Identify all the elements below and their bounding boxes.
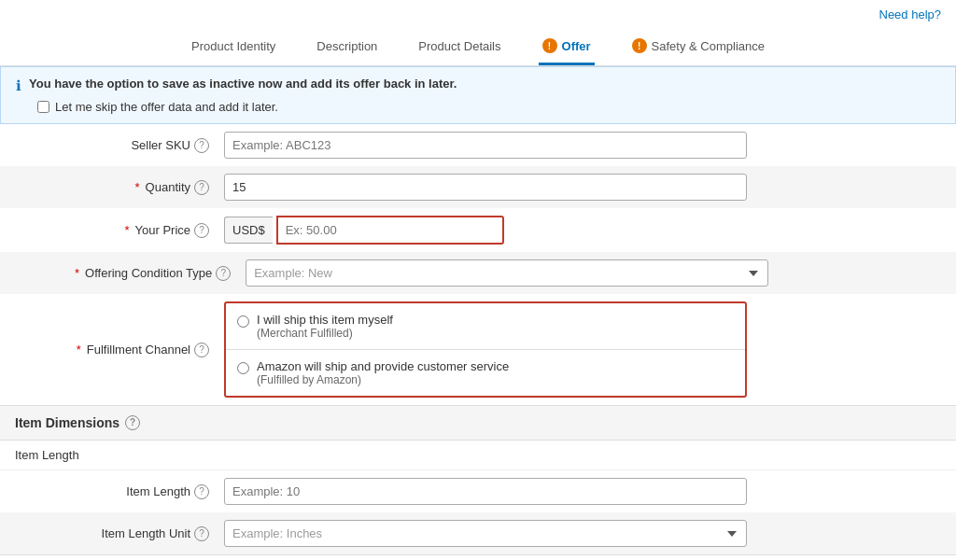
seller-sku-control — [224, 132, 747, 159]
offering-condition-help-icon[interactable]: ? — [216, 266, 231, 281]
tab-product-details[interactable]: Product Details — [415, 30, 504, 65]
fulfillment-amazon-radio[interactable] — [237, 362, 249, 374]
item-width-section: Item Width — [0, 554, 956, 560]
your-price-help-icon[interactable]: ? — [194, 223, 209, 238]
info-banner: ℹ You have the option to save as inactiv… — [0, 66, 956, 124]
fulfillment-merchant-radio[interactable] — [237, 315, 249, 328]
seller-sku-label: Seller SKU ? — [75, 138, 224, 153]
quantity-help-icon[interactable]: ? — [194, 180, 209, 195]
quantity-label: Quantity ? — [75, 180, 224, 195]
offer-error-badge: ! — [542, 38, 557, 53]
fulfillment-channel-label: Fulfillment Channel ? — [75, 343, 224, 357]
your-price-control: USD$ — [224, 216, 747, 245]
offering-condition-label: Offering Condition Type ? — [75, 266, 246, 281]
tab-safety-compliance[interactable]: ! Safety & Compliance — [628, 29, 768, 65]
item-length-row: Item Length ? — [0, 470, 956, 512]
item-length-unit-label: Item Length Unit ? — [75, 526, 224, 541]
quantity-input[interactable] — [224, 174, 747, 201]
fulfillment-amazon-subtitle: (Fulfilled by Amazon) — [257, 373, 509, 386]
info-message: You have the option to save as inactive … — [29, 77, 457, 91]
info-icon: ℹ — [16, 77, 21, 94]
offering-condition-row: Offering Condition Type ? Example: New N… — [0, 252, 956, 294]
your-price-label: Your Price ? — [75, 223, 224, 238]
seller-sku-input[interactable] — [224, 132, 747, 159]
item-length-label: Item Length ? — [75, 484, 224, 499]
fulfillment-channel-row: Fulfillment Channel ? I will ship this i… — [0, 294, 956, 405]
item-length-unit-select[interactable]: Example: Inches Inches Feet Centimeters … — [224, 520, 747, 547]
main-content: Seller SKU ? Quantity ? Your Price ? USD… — [0, 124, 956, 560]
seller-sku-help-icon[interactable]: ? — [194, 138, 209, 153]
safety-error-badge: ! — [632, 38, 647, 53]
item-length-input[interactable] — [224, 478, 747, 505]
need-help-link[interactable]: Need help? — [879, 7, 942, 21]
item-length-unit-row: Item Length Unit ? Example: Inches Inche… — [0, 512, 956, 554]
fulfillment-amazon-title: Amazon will ship and provide customer se… — [257, 359, 509, 373]
fulfillment-channel-help-icon[interactable]: ? — [194, 343, 209, 357]
price-input-group: USD$ — [224, 216, 504, 245]
skip-offer-label: Let me skip the offer data and add it la… — [55, 100, 278, 114]
tab-offer[interactable]: ! Offer — [539, 29, 595, 65]
fulfillment-box: I will ship this item myself (Merchant F… — [224, 301, 747, 398]
your-price-row: Your Price ? USD$ — [0, 208, 956, 252]
offering-condition-select[interactable]: Example: New New Used - Like New Used - … — [246, 259, 768, 287]
top-bar: Need help? — [0, 0, 956, 29]
fulfillment-merchant-title: I will ship this item myself — [257, 313, 393, 327]
item-length-subsection-header: Item Length — [0, 441, 956, 470]
fulfillment-amazon-option[interactable]: Amazon will ship and provide customer se… — [226, 350, 745, 396]
fulfillment-merchant-option[interactable]: I will ship this item myself (Merchant F… — [226, 303, 745, 350]
fulfillment-merchant-subtitle: (Merchant Fulfilled) — [257, 327, 393, 340]
item-dimensions-label: Item Dimensions — [15, 415, 120, 430]
item-length-help-icon[interactable]: ? — [194, 484, 209, 499]
tab-description[interactable]: Description — [313, 30, 381, 65]
tab-product-identity[interactable]: Product Identity — [188, 30, 279, 65]
skip-offer-checkbox[interactable] — [37, 101, 49, 113]
price-input[interactable] — [276, 216, 504, 245]
currency-label: USD$ — [224, 217, 273, 244]
tabs-bar: Product Identity Description Product Det… — [0, 29, 956, 66]
quantity-row: Quantity ? — [0, 166, 956, 208]
item-dimensions-header: Item Dimensions ? — [0, 405, 956, 441]
item-length-control — [224, 478, 747, 505]
item-length-unit-control: Example: Inches Inches Feet Centimeters … — [224, 520, 747, 547]
item-dimensions-help-icon[interactable]: ? — [125, 415, 140, 430]
quantity-control — [224, 174, 747, 201]
offering-condition-control: Example: New New Used - Like New Used - … — [246, 259, 768, 287]
seller-sku-row: Seller SKU ? — [0, 124, 956, 166]
item-length-unit-help-icon[interactable]: ? — [194, 526, 209, 541]
